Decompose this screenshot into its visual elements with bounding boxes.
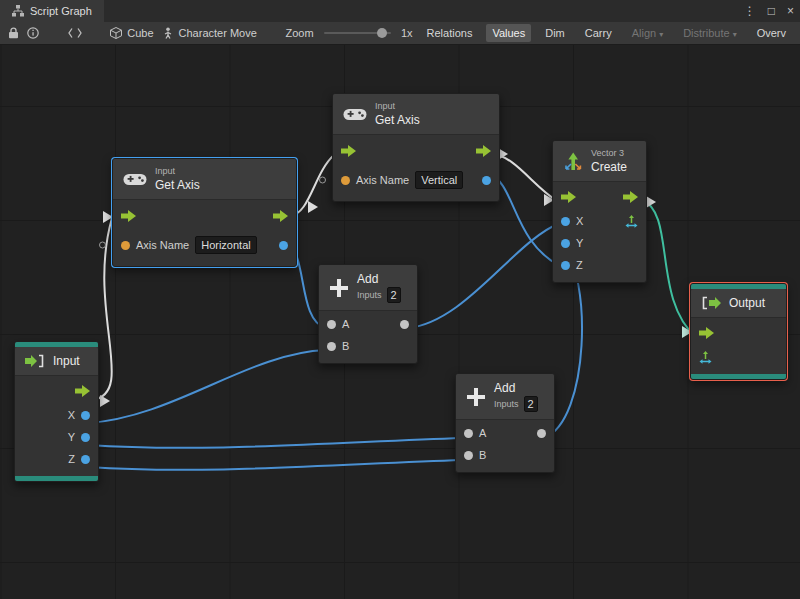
connection-flow-getaxis-v-to-create[interactable] bbox=[492, 154, 556, 200]
input-b-port[interactable] bbox=[327, 342, 336, 351]
input-z-port[interactable] bbox=[561, 261, 570, 270]
flow-arrowhead bbox=[100, 395, 110, 407]
graph-asset-label: Character Move bbox=[179, 27, 257, 39]
tab-bar: Script Graph ⋮ □ × bbox=[0, 0, 800, 22]
port-label: Z bbox=[576, 259, 583, 271]
value-port-row bbox=[691, 346, 786, 368]
port-label: A bbox=[342, 318, 349, 330]
port-row-z: Z bbox=[15, 448, 98, 470]
event-accent-bar bbox=[15, 476, 98, 481]
zoom-slider[interactable] bbox=[324, 32, 391, 34]
output-z-port[interactable] bbox=[81, 455, 90, 464]
flow-in-port[interactable] bbox=[121, 210, 136, 222]
flow-in-port[interactable] bbox=[561, 191, 576, 203]
axis-name-row: Axis Name Vertical bbox=[333, 165, 499, 195]
kebab-menu-icon[interactable]: ⋮ bbox=[744, 5, 756, 17]
node-add-1[interactable]: Add Inputs 2 A B bbox=[318, 264, 418, 364]
output-x-port[interactable] bbox=[81, 411, 90, 420]
lock-icon[interactable] bbox=[8, 27, 19, 39]
connection-inputz-to-add2-b[interactable] bbox=[88, 460, 462, 470]
cube-icon bbox=[110, 27, 122, 39]
flow-in-port[interactable] bbox=[341, 145, 356, 157]
flow-ports-row bbox=[553, 184, 646, 210]
toggle-dim[interactable]: Dim bbox=[539, 24, 571, 42]
port-label: X bbox=[576, 215, 583, 227]
flow-ports-row bbox=[15, 378, 98, 404]
toggle-relations[interactable]: Relations bbox=[421, 24, 479, 42]
port-row-x: X bbox=[15, 404, 98, 426]
inputs-count-field[interactable]: 2 bbox=[387, 287, 401, 303]
connection-inputy-to-add2-a[interactable] bbox=[88, 438, 462, 448]
node-header[interactable]: Output bbox=[691, 289, 786, 318]
menu-distribute[interactable]: Distribute bbox=[677, 24, 742, 42]
close-icon[interactable]: × bbox=[787, 5, 794, 17]
node-title: Get Axis bbox=[375, 113, 420, 127]
node-header[interactable]: Input bbox=[15, 347, 98, 376]
input-y-port[interactable] bbox=[561, 239, 570, 248]
node-header[interactable]: Vector 3 Create bbox=[553, 141, 646, 182]
flow-arrowhead bbox=[308, 201, 318, 213]
node-header[interactable]: Input Get Axis bbox=[113, 159, 296, 200]
axis-name-port[interactable] bbox=[341, 176, 350, 185]
port-label: A bbox=[479, 427, 486, 439]
vector-preview-icon[interactable] bbox=[625, 215, 638, 228]
value-out-port[interactable] bbox=[279, 241, 288, 250]
flow-out-port[interactable] bbox=[623, 191, 638, 203]
axis-name-field[interactable]: Horizontal bbox=[195, 236, 257, 254]
sum-out-port[interactable] bbox=[400, 320, 409, 329]
node-get-axis-horizontal[interactable]: Input Get Axis Axis Name Horizontal bbox=[112, 158, 297, 267]
port-row-a: A bbox=[456, 422, 554, 444]
vector-value-icon[interactable] bbox=[699, 351, 712, 364]
port-row-y: Y bbox=[553, 232, 646, 254]
zoom-slider-handle[interactable] bbox=[377, 28, 387, 38]
output-y-port[interactable] bbox=[81, 433, 90, 442]
flow-out-port[interactable] bbox=[273, 210, 288, 222]
port-row-y: Y bbox=[15, 426, 98, 448]
port-label: B bbox=[342, 340, 349, 352]
flow-in-port[interactable] bbox=[699, 327, 714, 339]
node-get-axis-vertical[interactable]: Input Get Axis Axis Name Vertical bbox=[332, 93, 500, 202]
sum-out-port[interactable] bbox=[537, 429, 546, 438]
node-title: Create bbox=[591, 160, 627, 174]
input-b-port[interactable] bbox=[464, 451, 473, 460]
node-vector3-create[interactable]: Vector 3 Create X Y bbox=[552, 140, 647, 283]
input-x-port[interactable] bbox=[561, 217, 570, 226]
node-category: Vector 3 bbox=[591, 148, 627, 159]
toggle-carry[interactable]: Carry bbox=[579, 24, 618, 42]
toggle-values[interactable]: Values bbox=[486, 24, 531, 42]
port-label: Z bbox=[68, 453, 75, 465]
port-label: B bbox=[479, 449, 486, 461]
axis-name-port[interactable] bbox=[121, 241, 130, 250]
connection-add1-to-create-x[interactable] bbox=[408, 223, 560, 328]
maximize-icon[interactable]: □ bbox=[768, 5, 775, 17]
graph-canvas[interactable]: Input Get Axis Axis Name Vertical bbox=[0, 45, 800, 599]
param-label: Axis Name bbox=[136, 239, 189, 251]
node-header[interactable]: Add Inputs 2 bbox=[456, 374, 554, 420]
axis-name-field[interactable]: Vertical bbox=[415, 171, 463, 189]
connection-flow-create-to-output[interactable] bbox=[642, 200, 696, 337]
menu-align[interactable]: Align bbox=[626, 24, 669, 42]
value-out-port[interactable] bbox=[482, 176, 491, 185]
toggle-overview[interactable]: Overv bbox=[751, 24, 792, 42]
code-view-icon[interactable] bbox=[68, 28, 82, 38]
node-header[interactable]: Input Get Axis bbox=[333, 94, 499, 135]
input-a-port[interactable] bbox=[327, 320, 336, 329]
node-output-event[interactable]: Output bbox=[690, 283, 787, 380]
node-header[interactable]: Add Inputs 2 bbox=[319, 265, 417, 311]
connection-inputx-to-add1-b[interactable] bbox=[88, 350, 326, 423]
vector3-axes-icon bbox=[563, 151, 583, 171]
target-object-breadcrumb[interactable]: Cube bbox=[110, 27, 153, 39]
flow-out-port[interactable] bbox=[75, 385, 90, 397]
gamepad-icon bbox=[123, 172, 147, 187]
input-a-port[interactable] bbox=[464, 429, 473, 438]
node-category: Input bbox=[155, 166, 200, 177]
unconnected-port-indicator bbox=[99, 242, 106, 249]
inputs-count-field[interactable]: 2 bbox=[524, 396, 538, 412]
flow-ports-row bbox=[113, 202, 296, 230]
info-icon[interactable] bbox=[27, 27, 39, 39]
node-add-2[interactable]: Add Inputs 2 A B bbox=[455, 373, 555, 473]
graph-asset-breadcrumb[interactable]: Character Move bbox=[162, 27, 257, 39]
tab-script-graph[interactable]: Script Graph bbox=[0, 0, 104, 22]
node-input-event[interactable]: Input X Y Z bbox=[14, 341, 99, 482]
flow-out-port[interactable] bbox=[476, 145, 491, 157]
